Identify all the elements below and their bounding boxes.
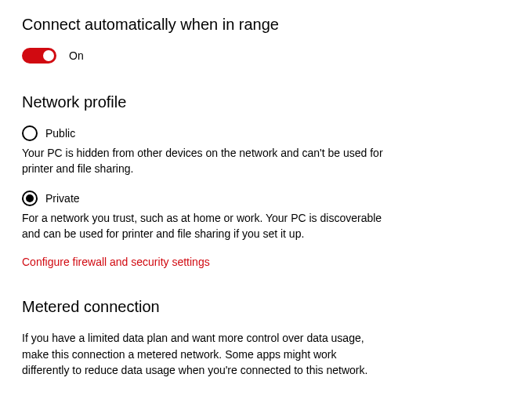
radio-group-private: Private For a network you trust, such as… — [22, 191, 510, 241]
radio-public-desc: Your PC is hidden from other devices on … — [22, 146, 390, 176]
radio-group-public: Public Your PC is hidden from other devi… — [22, 125, 510, 176]
radio-private-desc: For a network you trust, such as at home… — [22, 211, 390, 241]
radio-private[interactable]: Private — [22, 191, 510, 206]
metered-section: Metered connection If you have a limited… — [22, 298, 510, 378]
metered-desc: If you have a limited data plan and want… — [22, 330, 375, 378]
network-profile-section: Network profile Public Your PC is hidden… — [22, 93, 510, 268]
auto-connect-toggle-label: On — [69, 49, 84, 62]
radio-public[interactable]: Public — [22, 125, 510, 141]
metered-title: Metered connection — [22, 298, 510, 316]
radio-private-circle-icon — [22, 191, 38, 206]
network-profile-title: Network profile — [22, 93, 510, 111]
auto-connect-section: Connect automatically when in range On — [22, 16, 510, 64]
auto-connect-title: Connect automatically when in range — [22, 16, 510, 34]
auto-connect-toggle-row[interactable]: On — [22, 48, 510, 64]
auto-connect-toggle[interactable] — [22, 48, 56, 64]
radio-public-label: Public — [45, 127, 75, 140]
radio-private-label: Private — [45, 192, 80, 205]
radio-public-circle-icon — [22, 125, 38, 141]
firewall-settings-link[interactable]: Configure firewall and security settings — [22, 256, 510, 268]
